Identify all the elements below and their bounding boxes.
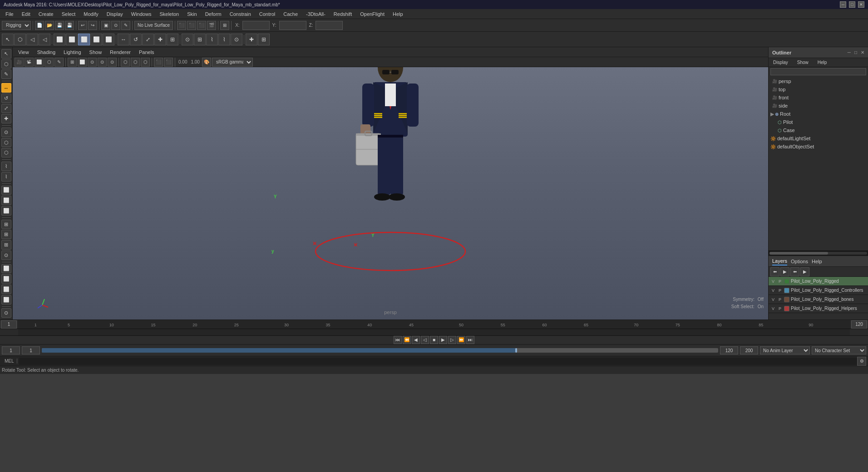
scale-left[interactable]: ⤢	[1, 104, 11, 113]
vertex-mode[interactable]: ⬜	[66, 34, 78, 45]
move-left[interactable]: ↔	[1, 83, 11, 93]
render-btn4[interactable]: 🎬	[207, 21, 216, 30]
viewport-canvas[interactable]: Y y Y ✕ ✕ persp Symmetry: Off Soft Selec…	[13, 67, 768, 320]
vp-hud[interactable]: ⬜	[78, 58, 87, 67]
outliner-minimize[interactable]: ─	[848, 50, 851, 55]
scale-tool[interactable]: ⤢	[142, 34, 154, 45]
menu-create[interactable]: Create	[35, 10, 57, 18]
grid-btn[interactable]: ⊞	[220, 21, 229, 30]
menu-select[interactable]: Select	[58, 10, 79, 18]
vp-snap3[interactable]: ⊙	[108, 58, 117, 67]
outliner-item-pilot[interactable]: ⬡ Pilot	[769, 118, 868, 126]
select-mode[interactable]: ▣	[101, 21, 110, 30]
play-back[interactable]: ◁	[421, 336, 429, 344]
layers-tab-help[interactable]: Help	[812, 258, 822, 265]
layers-tab-layers[interactable]: Layers	[772, 257, 787, 266]
restore-button[interactable]: □	[849, 1, 855, 8]
snap-surface[interactable]: ⌇	[218, 34, 230, 45]
render-btn2[interactable]: ⬛	[187, 21, 196, 30]
layer-tool3[interactable]: ⬜	[1, 285, 11, 294]
viewport-menu-panels[interactable]: Panels	[135, 49, 158, 56]
redo-button[interactable]: ↪	[88, 21, 97, 30]
close-button[interactable]: ✕	[858, 1, 864, 8]
paint-left[interactable]: ✎	[1, 69, 11, 79]
bracket-tool[interactable]: ⊞	[258, 34, 270, 45]
outliner-menu-show[interactable]: Show	[794, 59, 811, 65]
vp-film[interactable]: 📽	[25, 58, 34, 67]
play-fwd[interactable]: ▶	[439, 336, 447, 344]
outliner-hscrollbar[interactable]	[769, 251, 868, 255]
lattice-left[interactable]: ⬡	[1, 148, 11, 157]
next-key[interactable]: ▷	[448, 336, 456, 344]
select-tool[interactable]: ↖	[2, 34, 14, 45]
layer-row-1[interactable]: V P Pilot_Low_Poly_Rigged_Controllers	[769, 286, 868, 295]
menu-modify[interactable]: Modify	[80, 10, 102, 18]
soft-select[interactable]: ◁	[39, 34, 50, 45]
select-left[interactable]: ↖	[1, 49, 11, 59]
bottom-tool[interactable]: ⊙	[1, 308, 11, 318]
gamma-icon[interactable]: 🎨	[202, 58, 211, 67]
outliner-menu-display[interactable]: Display	[770, 59, 791, 65]
vp-shading[interactable]: ⬡	[44, 58, 54, 67]
menu-constrain[interactable]: Constrain	[226, 10, 255, 18]
goto-end[interactable]: ⏭	[466, 336, 474, 344]
layer-tool4[interactable]: ⬜	[1, 295, 11, 305]
layer-tool[interactable]: ⬜	[1, 264, 11, 274]
vp-wire[interactable]: ✎	[54, 58, 64, 67]
soft-mod[interactable]: ⊙	[1, 128, 11, 137]
end-frame-input[interactable]	[851, 320, 867, 329]
misc4[interactable]: ⊙	[1, 251, 11, 260]
edge-mode[interactable]: ⬜	[78, 34, 90, 45]
start-frame-input[interactable]	[1, 320, 17, 329]
outliner-item-defaultlightset[interactable]: 🔆 defaultLightSet	[769, 134, 868, 143]
gamma-select[interactable]: sRGB gamma	[212, 58, 253, 67]
outliner-item-case[interactable]: ⬡ Case	[769, 126, 868, 134]
timeline-ruler-track[interactable]: 1 5 10 15 20 25 30 35 40 45 50 55 60 65 …	[18, 320, 850, 329]
outliner-item-front[interactable]: 🎥 front	[769, 93, 868, 102]
outliner-item-persp[interactable]: 🎥 persp	[769, 77, 868, 85]
vp-snap2[interactable]: ⊙	[98, 58, 107, 67]
mel-options[interactable]: ⚙	[857, 357, 866, 366]
plus-tool[interactable]: ✚	[246, 34, 257, 45]
snap-curve[interactable]: ⌇	[206, 34, 218, 45]
menu-help[interactable]: Help	[389, 10, 407, 18]
rotate-left[interactable]: ↺	[1, 93, 11, 103]
outliner-search[interactable]	[770, 68, 866, 75]
menu-control[interactable]: Control	[256, 10, 279, 18]
lasso-tool[interactable]: ⬡	[14, 34, 26, 45]
outliner-menu-help[interactable]: Help	[815, 59, 830, 65]
layers-btn2[interactable]: ▶	[780, 267, 789, 276]
total-end-input[interactable]	[740, 346, 758, 354]
open-button[interactable]: 📂	[45, 21, 54, 30]
universal-tool[interactable]: ✚	[154, 34, 166, 45]
layer-v-3[interactable]: V	[770, 306, 776, 311]
show-manip[interactable]: ⊞	[167, 34, 178, 45]
vp-render[interactable]: ⬛	[154, 58, 163, 67]
layer-v-2[interactable]: V	[770, 297, 776, 302]
layer-p-1[interactable]: P	[777, 288, 783, 293]
viewport-menu-show[interactable]: Show	[86, 49, 106, 56]
menu-file[interactable]: File	[2, 10, 17, 18]
crv-tool2[interactable]: ⌇	[1, 172, 11, 182]
prev-frame[interactable]: ⏪	[403, 336, 411, 344]
layer-v-0[interactable]: V	[770, 279, 776, 284]
vp-grid[interactable]: ⊞	[68, 58, 77, 67]
stop[interactable]: ■	[430, 336, 438, 344]
range-start-input[interactable]	[22, 346, 40, 354]
menu-windows[interactable]: Windows	[128, 10, 155, 18]
y-coord[interactable]	[279, 21, 306, 30]
layer-row-2[interactable]: V P Pilot_Low_Poly_Rigged_bones	[769, 295, 868, 304]
save-as-button[interactable]: 💾	[65, 21, 74, 30]
lasso-mode[interactable]: ⊙	[111, 21, 120, 30]
mode-select[interactable]: Rigging	[2, 21, 31, 30]
vp-render2[interactable]: ⬛	[164, 58, 173, 67]
layers-btn1[interactable]: ⬅	[770, 267, 779, 276]
menu-skeleton[interactable]: Skeleton	[156, 10, 182, 18]
move-tool[interactable]: ↔	[118, 34, 129, 45]
menu-deform[interactable]: Deform	[202, 10, 225, 18]
uv-mode[interactable]: ⬜	[103, 34, 114, 45]
vp-layout3[interactable]: ⬡	[141, 58, 150, 67]
timeline-ruler[interactable]: 1 5 10 15 20 25 30 35 40 45 50 55 60 65 …	[0, 320, 868, 329]
save-button[interactable]: 💾	[55, 21, 64, 30]
layers-btn3[interactable]: ⬅	[790, 267, 799, 276]
